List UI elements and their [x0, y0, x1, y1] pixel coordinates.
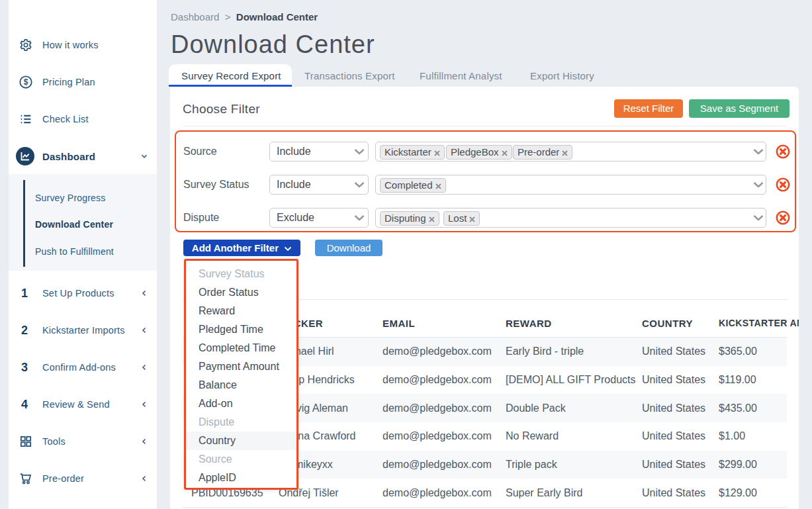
- svg-text:$: $: [24, 77, 28, 87]
